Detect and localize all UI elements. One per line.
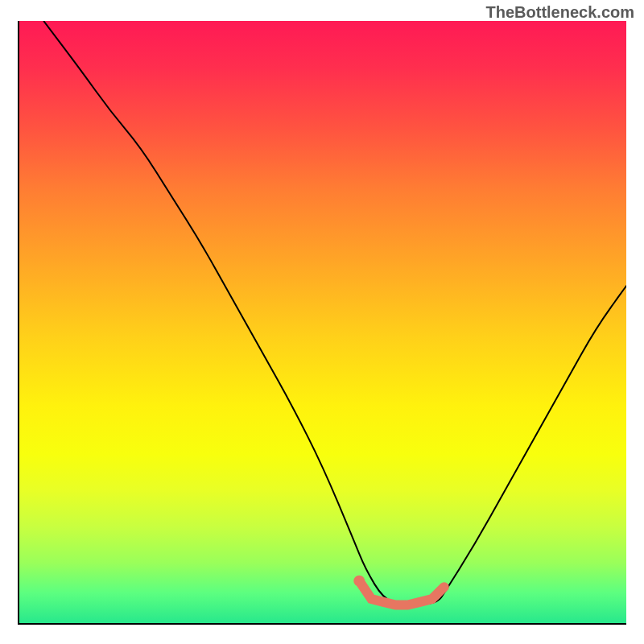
chart-svg [19,21,626,623]
plot-area [18,21,626,625]
watermark: TheBottleneck.com [486,3,634,22]
optimal-highlight-line [359,581,444,605]
bottleneck-curve [43,21,626,605]
optimal-highlight-dot [353,576,365,587]
